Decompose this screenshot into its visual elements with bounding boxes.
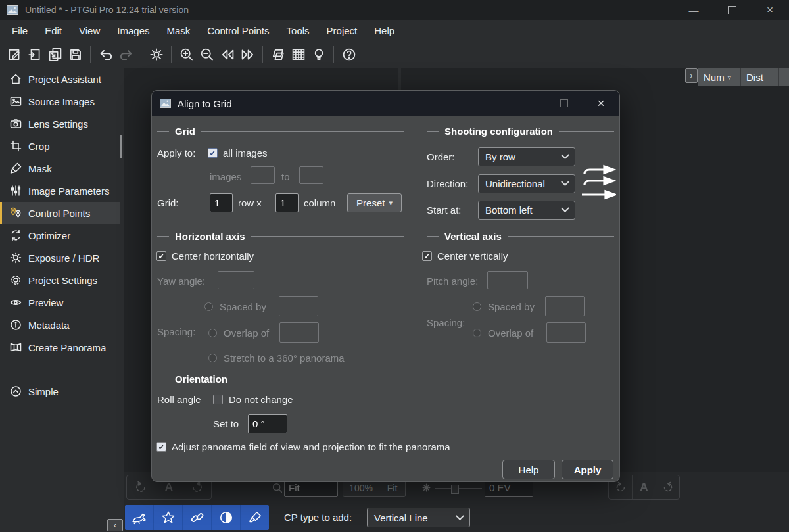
preset-button[interactable]: Preset xyxy=(347,193,402,212)
center-vertically-checkbox[interactable] xyxy=(422,251,432,261)
menu-edit[interactable]: Edit xyxy=(36,20,70,42)
set-to-input[interactable] xyxy=(248,414,287,433)
shooting-group-header: Shooting configuration xyxy=(427,125,614,137)
order-dropdown[interactable]: By row xyxy=(478,147,575,166)
center-horizontally-checkbox[interactable] xyxy=(156,251,166,261)
direction-dropdown[interactable]: Unidirectional xyxy=(478,174,575,193)
auto-level-button-right[interactable]: A xyxy=(633,475,656,499)
help-button[interactable]: Help xyxy=(502,460,555,479)
save-project-icon[interactable] xyxy=(65,45,85,65)
brush-icon[interactable] xyxy=(241,505,269,530)
window-title: Untitled * - PTGui Pro 12.24 trial versi… xyxy=(25,5,189,15)
link-icon[interactable] xyxy=(183,505,212,530)
chevron-down-icon xyxy=(561,151,569,159)
settings-gear-icon[interactable] xyxy=(146,45,166,65)
start-at-dropdown[interactable]: Bottom left xyxy=(478,201,575,220)
contrast-icon[interactable] xyxy=(212,505,241,530)
all-images-checkbox[interactable] xyxy=(208,148,218,158)
optimizer-arrows-icon xyxy=(9,229,22,242)
next-pair-icon[interactable] xyxy=(237,45,258,65)
sidebar-item-simple[interactable]: Simple xyxy=(0,380,120,402)
panorama-icon xyxy=(9,341,22,354)
all-images-label: all images xyxy=(223,147,268,158)
sidebar-item-metadata[interactable]: Metadata xyxy=(0,314,120,336)
sidebar-item-create-panorama[interactable]: Create Panorama xyxy=(0,336,120,358)
to-label: to xyxy=(281,171,290,182)
light-bulb-icon[interactable] xyxy=(308,45,329,65)
sidebar-item-source-images[interactable]: Source Images xyxy=(0,90,120,112)
menu-help[interactable]: Help xyxy=(366,20,403,42)
h-overlap-input xyxy=(279,322,319,343)
cp-column-num[interactable]: Num ▿ xyxy=(698,68,740,86)
toolbar-separator xyxy=(90,46,91,63)
sidebar-item-image-parameters[interactable]: Image Parameters xyxy=(0,180,120,202)
v-overlap-input xyxy=(546,322,586,343)
brightness-slider[interactable] xyxy=(435,488,482,489)
cp-column-dist[interactable]: Dist xyxy=(741,68,778,86)
menu-tools[interactable]: Tools xyxy=(278,20,318,42)
chevron-down-icon xyxy=(561,178,569,186)
menu-view[interactable]: View xyxy=(70,20,108,42)
pitch-angle-label: Pitch angle: xyxy=(427,276,478,287)
new-project-icon[interactable] xyxy=(4,45,24,65)
redo-icon[interactable] xyxy=(116,45,136,65)
sidebar-item-project-settings[interactable]: Project Settings xyxy=(0,269,120,291)
undo-icon[interactable] xyxy=(95,45,116,65)
sidebar-item-mask[interactable]: Mask xyxy=(0,157,120,180)
v-spacing-label: Spacing: xyxy=(427,317,465,328)
sidebar-item-lens-settings[interactable]: Lens Settings xyxy=(0,112,120,135)
expand-panel-button[interactable]: › xyxy=(685,68,698,83)
apply-button[interactable]: Apply xyxy=(562,460,613,479)
maximize-icon xyxy=(728,6,736,14)
images-to-input xyxy=(299,166,323,184)
dialog-icon xyxy=(160,99,171,108)
window-close-button[interactable]: × xyxy=(751,0,789,20)
previous-pair-icon[interactable] xyxy=(217,45,237,65)
menu-images[interactable]: Images xyxy=(108,20,158,42)
menu-project[interactable]: Project xyxy=(318,20,366,42)
collapse-sidebar-button[interactable]: ‹ xyxy=(107,519,123,531)
panorama-editor-icon[interactable] xyxy=(268,45,288,65)
kangaroo-jump-icon[interactable] xyxy=(125,505,154,530)
rotate-ccw-button[interactable] xyxy=(127,475,155,499)
sliders-icon xyxy=(9,184,22,197)
menu-mask[interactable]: Mask xyxy=(158,20,199,42)
star-icon[interactable] xyxy=(154,505,183,530)
dialog-minimize-button[interactable]: — xyxy=(509,91,546,116)
sidebar-item-exposure-hdr[interactable]: Exposure / HDR xyxy=(0,247,120,269)
sidebar-item-optimizer[interactable]: Optimizer xyxy=(0,224,120,247)
grid-rows-input[interactable] xyxy=(210,193,233,212)
images-icon xyxy=(9,95,22,108)
brightness-slider-thumb[interactable] xyxy=(451,485,459,494)
pitch-angle-input xyxy=(487,271,528,289)
dialog-maximize-button[interactable] xyxy=(546,91,583,116)
detail-viewer-icon[interactable] xyxy=(288,45,308,65)
window-minimize-button[interactable]: — xyxy=(675,0,713,20)
open-project-icon[interactable] xyxy=(24,45,45,65)
sidebar-item-control-points[interactable]: Control Points xyxy=(0,202,120,224)
sidebar-item-project-assistant[interactable]: Project Assistant xyxy=(0,68,120,90)
add-images-icon[interactable] xyxy=(45,45,65,65)
sidebar-item-crop[interactable]: Crop xyxy=(0,135,120,157)
cp-type-dropdown[interactable]: Vertical Line xyxy=(367,508,470,527)
sidebar-item-preview[interactable]: Preview xyxy=(0,291,120,314)
apply-to-label: Apply to: xyxy=(157,147,195,158)
window-titlebar: Untitled * - PTGui Pro 12.24 trial versi… xyxy=(0,0,789,20)
menu-control-points[interactable]: Control Points xyxy=(199,20,277,42)
sort-indicator-icon: ▿ xyxy=(728,74,731,81)
dialog-close-button[interactable]: × xyxy=(583,91,619,116)
zoom-out-icon[interactable] xyxy=(197,45,217,65)
adjust-fov-checkbox[interactable] xyxy=(156,442,166,452)
help-icon[interactable] xyxy=(339,45,359,65)
dialog-titlebar[interactable]: Align to Grid — × xyxy=(152,91,619,116)
rotate-cw-button-right[interactable] xyxy=(656,475,679,499)
menu-file[interactable]: File xyxy=(3,20,36,42)
align-to-grid-dialog: Align to Grid — × Grid Shooting configur… xyxy=(151,90,620,482)
crop-icon xyxy=(9,139,22,153)
grid-cols-input[interactable] xyxy=(275,193,299,212)
center-vertically-label: Center vertically xyxy=(437,251,508,262)
zoom-in-icon[interactable] xyxy=(176,45,197,65)
window-maximize-button[interactable] xyxy=(713,0,751,20)
do-not-change-checkbox[interactable] xyxy=(213,395,223,404)
start-at-label: Start at: xyxy=(427,205,462,216)
